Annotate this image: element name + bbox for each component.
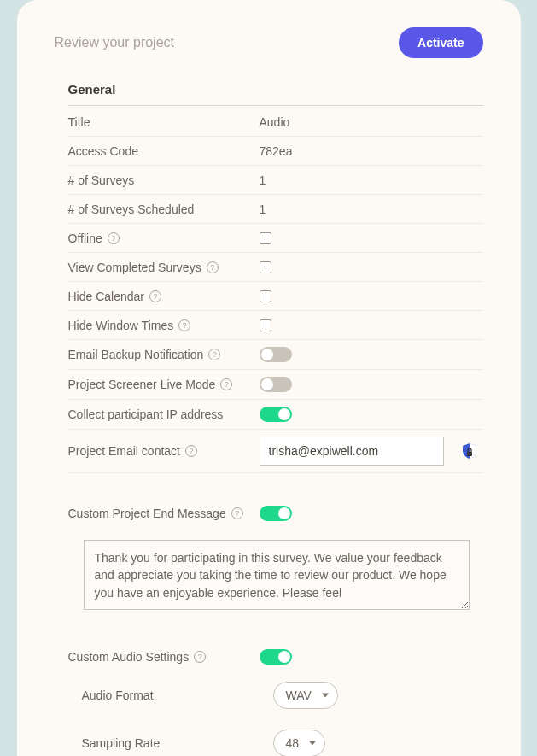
row-hide-window: Hide Window Times ? <box>68 311 483 340</box>
row-offline: Offline ? <box>68 224 483 253</box>
select-sampling-rate[interactable]: 48 <box>273 730 326 756</box>
help-icon[interactable]: ? <box>108 232 120 244</box>
audio-sub-table: Audio Format WAV Sampling Rate 48 Bit Ra… <box>82 671 483 756</box>
toggle-collect-ip[interactable] <box>260 407 292 422</box>
row-screener-live: Project Screener Live Mode ? <box>68 370 483 400</box>
row-sampling-rate: Sampling Rate 48 <box>82 719 483 756</box>
help-icon[interactable]: ? <box>231 507 243 519</box>
toggle-screener-live[interactable] <box>260 377 292 392</box>
value-num-surveys: 1 <box>260 173 483 187</box>
toggle-end-msg[interactable] <box>260 506 292 521</box>
value-num-surveys-scheduled: 1 <box>260 202 483 216</box>
checkbox-offline[interactable] <box>260 232 271 244</box>
label-num-surveys-scheduled: # of Surveys Scheduled <box>68 202 260 216</box>
label-screener-live: Project Screener Live Mode ? <box>68 378 260 391</box>
row-end-msg: Custom Project End Message ? <box>68 499 483 528</box>
label-hide-calendar: Hide Calendar ? <box>68 290 260 303</box>
label-hide-window: Hide Window Times ? <box>68 319 260 332</box>
general-table: Title Audio Access Code 782ea # of Surve… <box>68 108 483 528</box>
toggle-audio-settings[interactable] <box>260 649 292 665</box>
row-num-surveys: # of Surveys 1 <box>68 166 483 195</box>
end-message-textarea[interactable]: Thank you for participating in this surv… <box>84 540 470 610</box>
row-num-surveys-scheduled: # of Surveys Scheduled 1 <box>68 195 483 224</box>
row-email-contact: Project Email contact ? <box>68 430 483 473</box>
label-view-completed: View Completed Surveys ? <box>68 261 260 274</box>
label-offline: Offline ? <box>68 231 260 245</box>
review-project-card: Review your project Activate General Tit… <box>17 0 521 756</box>
email-contact-input[interactable] <box>260 437 444 466</box>
label-audio-format: Audio Format <box>82 689 273 702</box>
value-access-code: 782ea <box>260 144 483 158</box>
chevron-down-icon <box>322 694 329 698</box>
row-access-code: Access Code 782ea <box>68 137 483 166</box>
header-row: Review your project Activate <box>55 27 483 58</box>
value-title: Audio <box>260 115 483 129</box>
help-icon[interactable]: ? <box>208 349 220 360</box>
activate-button[interactable]: Activate <box>399 27 482 58</box>
toggle-email-backup[interactable] <box>260 347 292 362</box>
label-collect-ip: Collect participant IP address <box>68 407 260 421</box>
help-icon[interactable]: ? <box>194 651 206 663</box>
shield-lock-icon <box>463 443 476 459</box>
row-hide-calendar: Hide Calendar ? <box>68 282 483 311</box>
checkbox-hide-window[interactable] <box>260 319 271 331</box>
help-icon[interactable]: ? <box>178 319 190 331</box>
label-audio-settings: Custom Audio Settings ? <box>68 650 260 664</box>
row-audio-format: Audio Format WAV <box>82 671 483 719</box>
page-title: Review your project <box>55 35 175 50</box>
label-sampling-rate: Sampling Rate <box>82 736 273 750</box>
help-icon[interactable]: ? <box>185 445 197 457</box>
label-title: Title <box>68 115 260 129</box>
row-collect-ip: Collect participant IP address <box>68 400 483 430</box>
help-icon[interactable]: ? <box>207 261 219 273</box>
chevron-down-icon <box>309 741 316 746</box>
svg-rect-0 <box>467 452 472 456</box>
help-icon[interactable]: ? <box>149 290 161 302</box>
help-icon[interactable]: ? <box>220 378 232 390</box>
label-email-contact: Project Email contact ? <box>68 444 260 458</box>
label-email-backup: Email Backup Notification ? <box>68 348 260 361</box>
section-general-title: General <box>68 82 483 106</box>
label-num-surveys: # of Surveys <box>68 173 260 187</box>
select-audio-format[interactable]: WAV <box>273 682 338 709</box>
row-title: Title Audio <box>68 108 483 137</box>
label-end-msg: Custom Project End Message ? <box>68 507 260 520</box>
row-audio-settings: Custom Audio Settings ? <box>68 642 483 671</box>
label-access-code: Access Code <box>68 144 260 158</box>
checkbox-view-completed[interactable] <box>260 261 271 273</box>
row-view-completed: View Completed Surveys ? <box>68 253 483 282</box>
row-email-backup: Email Backup Notification ? <box>68 340 483 370</box>
checkbox-hide-calendar[interactable] <box>260 290 271 302</box>
